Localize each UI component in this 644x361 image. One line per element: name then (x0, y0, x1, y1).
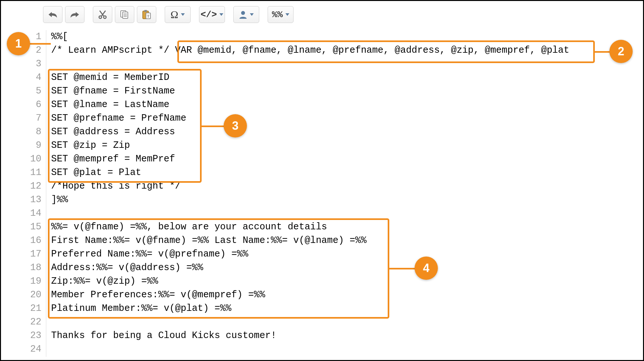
code-line[interactable]: Address:%%= v(@address) =%% (51, 261, 640, 275)
line-number: 5 (20, 84, 41, 98)
app-frame: T Ω </> %% 12345678910111213141516171819… (0, 0, 644, 361)
cut-icon (98, 10, 107, 19)
code-line[interactable]: ]%% (51, 193, 640, 207)
line-number: 7 (20, 112, 41, 125)
code-line[interactable]: %%[ (51, 30, 640, 44)
code-line[interactable]: SET @fname = FirstName (51, 84, 640, 98)
code-line[interactable]: Platinum Member:%%= v(@plat) =%% (51, 302, 640, 315)
percent-icon: %% (272, 10, 283, 20)
callout-1: 1 (7, 32, 30, 55)
line-number: 19 (20, 275, 41, 288)
copy-icon (120, 10, 129, 19)
code-line[interactable]: SET @prefname = PrefName (51, 112, 640, 125)
paste-text-icon: T (142, 10, 151, 19)
code-content[interactable]: %%[/* Learn AMPscript */ VAR @memid, @fn… (51, 30, 640, 356)
line-number: 6 (20, 98, 41, 112)
line-number: 9 (20, 139, 41, 152)
callout-3: 3 (224, 114, 247, 137)
source-button[interactable]: </> (199, 6, 225, 23)
line-number: 24 (20, 343, 41, 356)
code-line[interactable] (51, 315, 640, 329)
undo-button[interactable] (43, 6, 62, 23)
svg-point-1 (104, 16, 106, 18)
line-number: 23 (20, 329, 41, 343)
connector-2 (595, 51, 611, 53)
code-line[interactable]: SET @plat = Plat (51, 166, 640, 180)
code-line[interactable]: SET @address = Address (51, 125, 640, 139)
line-number: 15 (20, 220, 41, 234)
line-number: 17 (20, 247, 41, 261)
line-number: 3 (20, 57, 41, 71)
toolbar: T Ω </> %% (43, 6, 294, 23)
code-line[interactable] (51, 57, 640, 71)
line-number: 18 (20, 261, 41, 275)
code-editor[interactable]: 123456789101112131415161718192021222324 … (20, 30, 640, 357)
omega-icon: Ω (171, 9, 178, 21)
callout-4: 4 (415, 257, 438, 280)
code-line[interactable]: Preferred Name:%%= v(@prefname) =%% (51, 247, 640, 261)
redo-button[interactable] (65, 6, 84, 23)
svg-point-11 (241, 11, 245, 15)
code-line[interactable]: SET @lname = LastName (51, 98, 640, 112)
code-line[interactable]: Member Preferences:%%= v(@mempref) =%% (51, 288, 640, 302)
line-number: 12 (20, 180, 41, 193)
line-number: 16 (20, 234, 41, 247)
line-number: 20 (20, 288, 41, 302)
line-number: 21 (20, 302, 41, 315)
code-line[interactable]: /*Hope this is right */ (51, 180, 640, 193)
code-line[interactable]: %%= v(@fname) =%%, below are your accoun… (51, 220, 640, 234)
code-line[interactable] (51, 207, 640, 220)
copy-button[interactable] (115, 6, 134, 23)
line-number: 10 (20, 152, 41, 166)
code-line[interactable]: First Name:%%= v(@fname) =%% Last Name:%… (51, 234, 640, 247)
code-line[interactable]: SET @memid = MemberID (51, 71, 640, 84)
line-number: 4 (20, 71, 41, 84)
svg-rect-8 (144, 10, 147, 12)
source-icon: </> (201, 10, 217, 20)
connector-3 (202, 126, 224, 127)
chevron-down-icon (250, 13, 254, 16)
line-number: 13 (20, 193, 41, 207)
ampscript-button[interactable]: %% (268, 6, 294, 23)
code-line[interactable]: SET @mempref = MemPref (51, 152, 640, 166)
line-number: 22 (20, 315, 41, 329)
code-line[interactable] (51, 343, 640, 356)
redo-icon (70, 11, 80, 18)
code-line[interactable]: Zip:%%= v(@zip) =%% (51, 275, 640, 288)
svg-point-0 (99, 16, 102, 18)
chevron-down-icon (219, 13, 223, 16)
connector-1 (28, 43, 51, 45)
chevron-down-icon (181, 13, 185, 16)
undo-icon (48, 11, 58, 18)
user-icon (239, 10, 247, 19)
line-number: 14 (20, 207, 41, 220)
line-number-gutter: 123456789101112131415161718192021222324 (20, 30, 46, 357)
cut-button[interactable] (93, 6, 112, 23)
svg-text:T: T (147, 14, 150, 18)
line-number: 11 (20, 166, 41, 180)
special-char-button[interactable]: Ω (165, 6, 191, 23)
personalization-button[interactable] (233, 6, 259, 23)
line-number: 8 (20, 125, 41, 139)
code-line[interactable]: /* Learn AMPscript */ VAR @memid, @fname… (51, 44, 640, 57)
connector-4 (389, 268, 415, 269)
paste-text-button[interactable]: T (137, 6, 156, 23)
code-line[interactable]: Thanks for being a Cloud Kicks customer! (51, 329, 640, 343)
callout-2: 2 (609, 40, 633, 63)
code-line[interactable]: SET @zip = Zip (51, 139, 640, 152)
chevron-down-icon (285, 13, 289, 16)
